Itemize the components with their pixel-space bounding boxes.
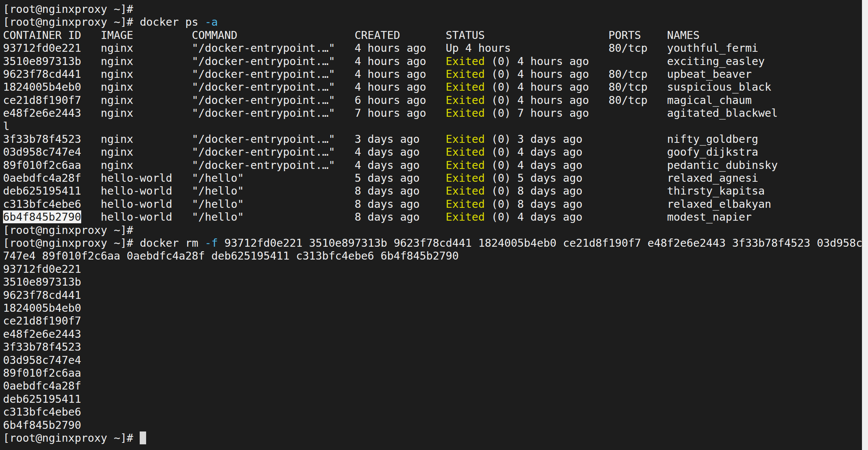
removed-container-id: e48f2e6e2443 bbox=[3, 328, 81, 340]
container-row: 0aebdfc4a28f hello-world "/hello" 5 days… bbox=[3, 172, 862, 184]
rm-output-line: 89f010f2c6aa bbox=[3, 366, 862, 379]
status-exited: Exited bbox=[446, 55, 485, 68]
status-exited: Exited bbox=[446, 198, 485, 210]
rm-output-line: 3f33b78f4523 bbox=[3, 340, 862, 353]
container-name: nifty_goldberg bbox=[609, 133, 759, 145]
status-exited: Exited bbox=[446, 94, 485, 107]
removed-container-id: ce21d8f190f7 bbox=[3, 314, 81, 327]
removed-container-id: 3510e897313b bbox=[3, 275, 81, 288]
container-row: 89f010f2c6aa nginx "/docker-entrypoint.…… bbox=[3, 159, 862, 172]
terminal-cursor bbox=[140, 431, 146, 444]
command-text: docker rm bbox=[140, 237, 205, 249]
removed-container-id: c313bfc4ebe6 bbox=[3, 405, 81, 418]
shell-prompt: [root@nginxproxy ~]# bbox=[3, 431, 133, 444]
container-id: 3510e897313b bbox=[3, 55, 101, 68]
container-row: ce21d8f190f7 nginx "/docker-entrypoint.…… bbox=[3, 94, 862, 107]
docker-ps-command-line: [root@nginxproxy ~]# docker ps -a bbox=[3, 15, 862, 28]
selected-container-id: 6b4f845b2790 bbox=[3, 210, 81, 223]
removed-container-id: 1824005b4eb0 bbox=[3, 302, 81, 314]
container-name: agitated_blackwel bbox=[609, 107, 778, 119]
container-id: 3f33b78f4523 bbox=[3, 133, 101, 145]
container-row: 93712fd0e221 nginx "/docker-entrypoint.…… bbox=[3, 42, 862, 54]
container-name: 80/tcp magical_chaum bbox=[609, 94, 752, 107]
command-flag: -f bbox=[205, 237, 218, 249]
container-name: 80/tcp youthful_fermi bbox=[609, 42, 759, 54]
status-exited: Exited bbox=[446, 145, 485, 158]
rm-output-line: 0aebdfc4a28f bbox=[3, 379, 862, 392]
status-exited: Exited bbox=[446, 80, 485, 93]
container-row: e48f2e6e2443 nginx "/docker-entrypoint.…… bbox=[3, 107, 862, 119]
container-row: 1824005b4eb0 nginx "/docker-entrypoint.…… bbox=[3, 80, 862, 93]
rm-output-line: 9623f78cd441 bbox=[3, 289, 862, 302]
rm-output-line: 93712fd0e221 bbox=[3, 263, 862, 275]
container-row: 03d958c747e4 nginx "/docker-entrypoint.…… bbox=[3, 145, 862, 158]
removed-container-id: 6b4f845b2790 bbox=[3, 419, 81, 431]
rm-output-line: e48f2e6e2443 bbox=[3, 328, 862, 340]
container-id: 9623f78cd441 bbox=[3, 68, 101, 80]
container-name: goofy_dijkstra bbox=[609, 145, 759, 158]
removed-container-id: 0aebdfc4a28f bbox=[3, 379, 81, 392]
prompt-line: [root@nginxproxy ~]# bbox=[3, 224, 862, 237]
terminal-screen: [root@nginxproxy ~]#[root@nginxproxy ~]#… bbox=[3, 3, 862, 444]
command-text: docker ps bbox=[140, 15, 205, 28]
rm-output-line: c313bfc4ebe6 bbox=[3, 405, 862, 418]
final-prompt-line: [root@nginxproxy ~]# bbox=[3, 431, 862, 444]
docker-rm-wrapped-line: 747e4 89f010f2c6aa 0aebdfc4a28f deb62519… bbox=[3, 249, 862, 262]
command-flag: -a bbox=[205, 15, 218, 28]
container-row: 9623f78cd441 nginx "/docker-entrypoint.…… bbox=[3, 68, 862, 80]
container-name: pedantic_dubinsky bbox=[609, 159, 778, 172]
container-row: deb625195411 hello-world "/hello" 8 days… bbox=[3, 184, 862, 197]
container-id: 93712fd0e221 bbox=[3, 42, 101, 54]
container-id: ce21d8f190f7 bbox=[3, 94, 101, 107]
status-up: Up 4 hours bbox=[446, 42, 609, 54]
ps-table-header: CONTAINER ID IMAGE COMMAND CREATED STATU… bbox=[3, 29, 862, 42]
removed-container-id: 89f010f2c6aa bbox=[3, 366, 81, 379]
status-exited: Exited bbox=[446, 68, 485, 80]
container-id: 1824005b4eb0 bbox=[3, 80, 101, 93]
removed-container-id: 3f33b78f4523 bbox=[3, 340, 81, 353]
container-id: 0aebdfc4a28f bbox=[3, 172, 101, 184]
removed-container-id: 03d958c747e4 bbox=[3, 354, 81, 366]
container-id: c313bfc4ebe6 bbox=[3, 198, 101, 210]
rm-output-line: 1824005b4eb0 bbox=[3, 302, 862, 314]
rm-output-line: 6b4f845b2790 bbox=[3, 419, 862, 431]
container-id: 03d958c747e4 bbox=[3, 145, 101, 158]
container-name: modest_napier bbox=[609, 210, 752, 223]
container-id: e48f2e6e2443 bbox=[3, 107, 101, 119]
shell-prompt: [root@nginxproxy ~]# bbox=[3, 224, 133, 237]
container-name: 80/tcp upbeat_beaver bbox=[609, 68, 752, 80]
docker-rm-command-line: [root@nginxproxy ~]# docker rm -f 93712f… bbox=[3, 237, 862, 249]
container-row: 3f33b78f4523 nginx "/docker-entrypoint.…… bbox=[3, 133, 862, 145]
container-name: relaxed_elbakyan bbox=[609, 198, 771, 210]
rm-output-line: 03d958c747e4 bbox=[3, 354, 862, 366]
container-id: deb625195411 bbox=[3, 184, 101, 197]
rm-output-line: ce21d8f190f7 bbox=[3, 314, 862, 327]
container-row: 3510e897313b nginx "/docker-entrypoint.…… bbox=[3, 55, 862, 68]
wrapped-name-line: l bbox=[3, 120, 862, 133]
terminal-window[interactable]: [root@nginxproxy ~]#[root@nginxproxy ~]#… bbox=[0, 0, 868, 450]
container-id: 89f010f2c6aa bbox=[3, 159, 101, 172]
shell-prompt: [root@nginxproxy ~]# bbox=[3, 237, 133, 249]
status-exited: Exited bbox=[446, 210, 485, 223]
container-name: exciting_easley bbox=[609, 55, 765, 68]
prompt-line: [root@nginxproxy ~]# bbox=[3, 3, 862, 15]
container-row: c313bfc4ebe6 hello-world "/hello" 8 days… bbox=[3, 198, 862, 210]
command-text: 93712fd0e221 3510e897313b 9623f78cd441 1… bbox=[218, 237, 862, 249]
status-exited: Exited bbox=[446, 172, 485, 184]
status-exited: Exited bbox=[446, 133, 485, 145]
shell-prompt: [root@nginxproxy ~]# bbox=[3, 3, 133, 15]
rm-output-line: deb625195411 bbox=[3, 393, 862, 405]
rm-output-line: 3510e897313b bbox=[3, 275, 862, 288]
container-name: thirsty_kapitsa bbox=[609, 184, 765, 197]
removed-container-id: 9623f78cd441 bbox=[3, 289, 81, 302]
status-exited: Exited bbox=[446, 107, 485, 119]
removed-container-id: 93712fd0e221 bbox=[3, 263, 81, 275]
shell-prompt: [root@nginxproxy ~]# bbox=[3, 15, 133, 28]
scrollbar[interactable] bbox=[862, 0, 868, 450]
container-row: 6b4f845b2790 hello-world "/hello" 8 days… bbox=[3, 210, 862, 223]
container-name: 80/tcp suspicious_black bbox=[609, 80, 771, 93]
removed-container-id: deb625195411 bbox=[3, 393, 81, 405]
column-headers: CONTAINER ID IMAGE COMMAND CREATED STATU… bbox=[3, 29, 700, 42]
container-name: relaxed_agnesi bbox=[609, 172, 759, 184]
status-exited: Exited bbox=[446, 184, 485, 197]
